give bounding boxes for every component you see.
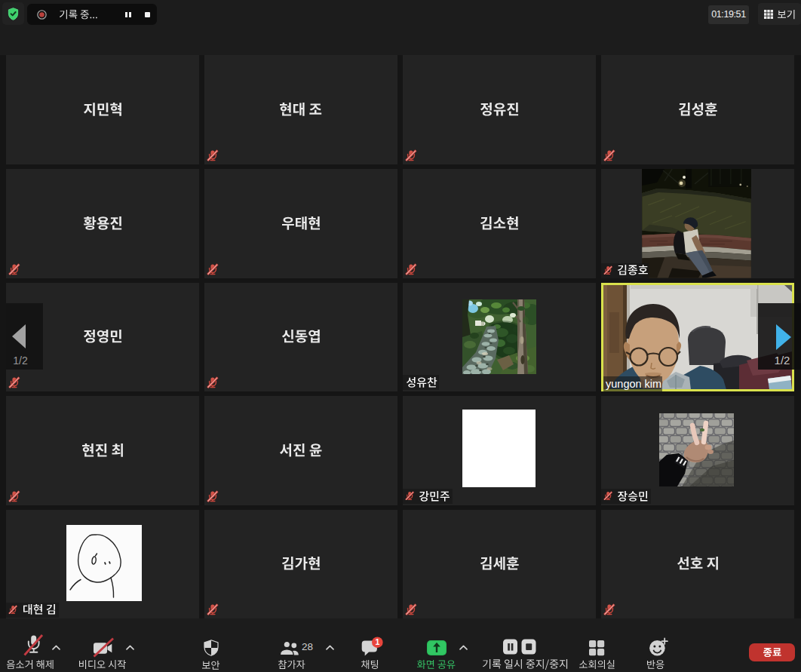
svg-text:1: 1 <box>375 637 379 646</box>
